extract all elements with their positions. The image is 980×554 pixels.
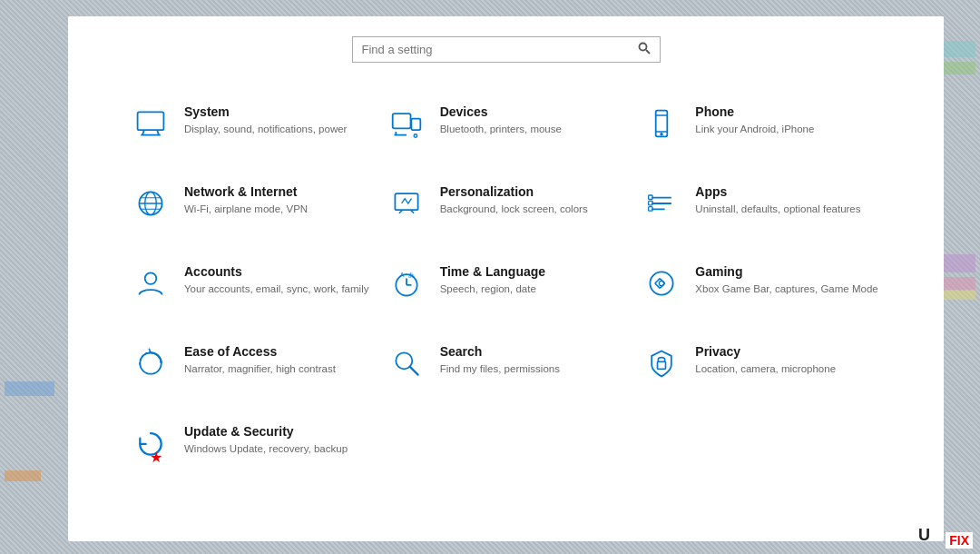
bg-patch — [5, 470, 41, 481]
svg-rect-7 — [411, 119, 420, 131]
apps-title: Apps — [695, 184, 860, 199]
devices-icon — [387, 104, 426, 143]
time-icon: Aあ — [387, 264, 426, 302]
svg-text:あ: あ — [407, 271, 414, 279]
update-red-star: ★ — [150, 449, 162, 466]
network-icon — [132, 184, 170, 223]
phone-icon — [642, 104, 681, 143]
corner-u-label: U — [918, 526, 930, 545]
phone-desc: Link your Android, iPhone — [695, 122, 814, 136]
search-text: SearchFind my files, permissions — [440, 344, 560, 376]
privacy-desc: Location, camera, microphone — [695, 361, 836, 376]
setting-item-ease[interactable]: Ease of AccessNarrator, magnifier, high … — [122, 328, 378, 399]
svg-line-45 — [409, 367, 417, 375]
search-desc: Find my files, permissions — [440, 361, 560, 376]
settings-grid: SystemDisplay, sound, notifications, pow… — [68, 79, 944, 497]
setting-item-accounts[interactable]: AccountsYour accounts, email, sync, work… — [122, 248, 378, 319]
personalization-title: Personalization — [440, 184, 588, 199]
apps-icon — [642, 184, 681, 223]
svg-point-0 — [639, 44, 646, 51]
search-bar-container — [68, 16, 944, 79]
setting-item-time[interactable]: AあTime & LanguageSpeech, region, date — [378, 248, 634, 319]
phone-title: Phone — [695, 104, 814, 119]
svg-rect-46 — [658, 361, 666, 369]
search-icon — [638, 42, 651, 57]
system-title: System — [184, 104, 347, 119]
personalization-icon — [387, 184, 426, 223]
system-desc: Display, sound, notifications, power — [184, 122, 347, 136]
setting-item-gaming[interactable]: GamingXbox Game Bar, captures, Game Mode — [633, 248, 889, 319]
accounts-desc: Your accounts, email, sync, work, family — [184, 282, 368, 296]
network-title: Network & Internet — [184, 184, 308, 199]
accounts-title: Accounts — [184, 264, 368, 279]
bg-patch — [5, 381, 54, 396]
gaming-desc: Xbox Game Bar, captures, Game Mode — [695, 282, 877, 296]
system-text: SystemDisplay, sound, notifications, pow… — [184, 104, 347, 136]
setting-item-devices[interactable]: DevicesBluetooth, printers, mouse — [378, 88, 634, 159]
update-text: Update & SecurityWindows Update, recover… — [184, 424, 348, 456]
devices-desc: Bluetooth, printers, mouse — [440, 122, 562, 136]
gaming-icon — [642, 264, 681, 302]
setting-item-apps[interactable]: AppsUninstall, defaults, optional featur… — [633, 168, 889, 239]
network-desc: Wi-Fi, airplane mode, VPN — [184, 202, 308, 216]
bg-patch — [939, 291, 975, 300]
update-desc: Windows Update, recovery, backup — [184, 441, 348, 456]
search-input[interactable] — [362, 43, 638, 56]
time-desc: Speech, region, date — [440, 282, 545, 296]
setting-item-update[interactable]: ★Update & SecurityWindows Update, recove… — [122, 408, 378, 479]
ease-icon — [132, 344, 170, 382]
apps-desc: Uninstall, defaults, optional features — [695, 202, 860, 216]
svg-rect-6 — [392, 114, 410, 128]
svg-line-43 — [146, 352, 151, 353]
time-title: Time & Language — [440, 264, 545, 279]
search-icon — [387, 344, 426, 382]
accounts-text: AccountsYour accounts, email, sync, work… — [184, 264, 368, 296]
setting-item-personalization[interactable]: PersonalizationBackground, lock screen, … — [378, 168, 634, 239]
update-title: Update & Security — [184, 424, 348, 439]
svg-point-10 — [414, 134, 417, 138]
privacy-title: Privacy — [695, 344, 836, 359]
corner-fix-label: FIX — [946, 532, 973, 549]
setting-item-network[interactable]: Network & InternetWi-Fi, airplane mode, … — [122, 168, 378, 239]
gaming-title: Gaming — [695, 264, 877, 279]
accounts-icon — [132, 264, 170, 302]
devices-title: Devices — [440, 104, 562, 119]
svg-point-29 — [145, 272, 157, 284]
svg-point-35 — [651, 272, 673, 294]
settings-window: SystemDisplay, sound, notifications, pow… — [68, 16, 944, 541]
gaming-text: GamingXbox Game Bar, captures, Game Mode — [695, 264, 877, 296]
update-icon: ★ — [132, 424, 170, 462]
devices-text: DevicesBluetooth, printers, mouse — [440, 104, 562, 136]
svg-line-1 — [646, 50, 650, 54]
ease-text: Ease of AccessNarrator, magnifier, high … — [184, 344, 336, 376]
personalization-desc: Background, lock screen, colors — [440, 202, 588, 216]
svg-point-40 — [660, 281, 664, 285]
ease-desc: Narrator, magnifier, high contrast — [184, 361, 336, 376]
svg-text:A: A — [399, 271, 404, 279]
privacy-text: PrivacyLocation, camera, microphone — [695, 344, 836, 376]
setting-item-phone[interactable]: PhoneLink your Android, iPhone — [633, 88, 889, 159]
personalization-text: PersonalizationBackground, lock screen, … — [440, 184, 588, 216]
setting-item-privacy[interactable]: PrivacyLocation, camera, microphone — [633, 328, 889, 399]
search-title: Search — [440, 344, 560, 359]
privacy-icon — [642, 344, 681, 382]
svg-point-14 — [661, 134, 662, 135]
time-text: Time & LanguageSpeech, region, date — [440, 264, 545, 296]
phone-text: PhoneLink your Android, iPhone — [695, 104, 814, 136]
setting-item-search[interactable]: SearchFind my files, permissions — [378, 328, 634, 399]
ease-title: Ease of Access — [184, 344, 336, 359]
svg-rect-2 — [138, 112, 164, 130]
apps-text: AppsUninstall, defaults, optional featur… — [695, 184, 860, 216]
search-bar[interactable] — [352, 36, 661, 63]
setting-item-system[interactable]: SystemDisplay, sound, notifications, pow… — [122, 88, 378, 159]
system-icon — [132, 104, 170, 143]
network-text: Network & InternetWi-Fi, airplane mode, … — [184, 184, 308, 216]
